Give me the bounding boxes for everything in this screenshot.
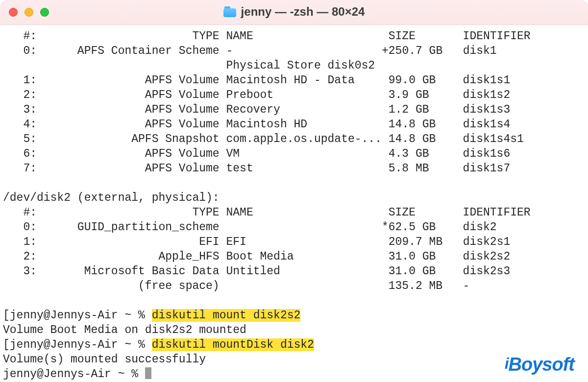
- prompt-prefix: jenny@Jennys-Air ~ %: [3, 368, 145, 381]
- terminal-output[interactable]: #: TYPE NAME SIZE IDENTIFIER 0: APFS Con…: [0, 25, 588, 382]
- table-row: 5: APFS Snapshot com.apple.os.update-...…: [3, 132, 585, 146]
- table-row: 0: APFS Container Scheme - +250.7 GB dis…: [3, 44, 585, 58]
- window-title-text: jenny — -zsh — 80×24: [241, 5, 365, 19]
- prompt-line: [jenny@Jennys-Air ~ % diskutil mount dis…: [3, 308, 585, 323]
- command-highlight: diskutil mount disk2s2: [152, 309, 301, 322]
- table-row: 7: APFS Volume test 5.8 MB disk1s7: [3, 161, 585, 176]
- table-header: #: TYPE NAME SIZE IDENTIFIER: [3, 29, 585, 44]
- table-row: 0: GUID_partition_scheme *62.5 GB disk2: [3, 220, 585, 235]
- text-cursor: [145, 367, 151, 379]
- prompt-line: [jenny@Jennys-Air ~ % diskutil mountDisk…: [3, 337, 585, 352]
- table-row: 3: APFS Volume Recovery 1.2 GB disk1s3: [3, 102, 585, 117]
- watermark-text: Boysoft: [509, 354, 574, 375]
- prompt-line[interactable]: jenny@Jennys-Air ~ %: [3, 367, 585, 382]
- titlebar: jenny — -zsh — 80×24: [0, 0, 588, 25]
- output-line: Volume Boot Media on disk2s2 mounted: [3, 323, 585, 337]
- table-row: 4: APFS Volume Macintosh HD 14.8 GB disk…: [3, 117, 585, 132]
- table-row: (free space) 135.2 MB -: [3, 279, 585, 293]
- col-name: NAME: [226, 30, 253, 43]
- output-line: Volume(s) mounted successfully: [3, 352, 585, 367]
- traffic-lights: [9, 8, 49, 17]
- window-title: jenny — -zsh — 80×24: [223, 5, 365, 19]
- table-row: 1: APFS Volume Macintosh HD - Data 99.0 …: [3, 73, 585, 88]
- col-size: SIZE: [389, 30, 416, 43]
- table-row: 3: Microsoft Basic Data Untitled 31.0 GB…: [3, 264, 585, 279]
- terminal-window: jenny — -zsh — 80×24 #: TYPE NAME SIZE I…: [0, 0, 588, 382]
- table-header: #: TYPE NAME SIZE IDENTIFIER: [3, 205, 585, 220]
- close-button[interactable]: [9, 8, 18, 17]
- table-row: 2: Apple_HFS Boot Media 31.0 GB disk2s2: [3, 249, 585, 264]
- watermark-logo: iBoysoft: [505, 354, 574, 375]
- table-row: Physical Store disk0s2: [3, 58, 585, 73]
- folder-icon: [223, 6, 236, 17]
- table-row: 2: APFS Volume Preboot 3.9 GB disk1s2: [3, 88, 585, 102]
- table-row: 1: EFI EFI 209.7 MB disk2s1: [3, 235, 585, 249]
- prompt-prefix: [jenny@Jennys-Air ~ %: [3, 338, 152, 351]
- table-row: 6: APFS Volume VM 4.3 GB disk1s6: [3, 146, 585, 161]
- disk-header: /dev/disk2 (external, physical):: [3, 191, 585, 205]
- prompt-prefix: [jenny@Jennys-Air ~ %: [3, 309, 152, 322]
- minimize-button[interactable]: [24, 8, 33, 17]
- zoom-button[interactable]: [40, 8, 49, 17]
- col-id: IDENTIFIER: [463, 30, 531, 43]
- command-highlight: diskutil mountDisk disk2: [152, 338, 314, 351]
